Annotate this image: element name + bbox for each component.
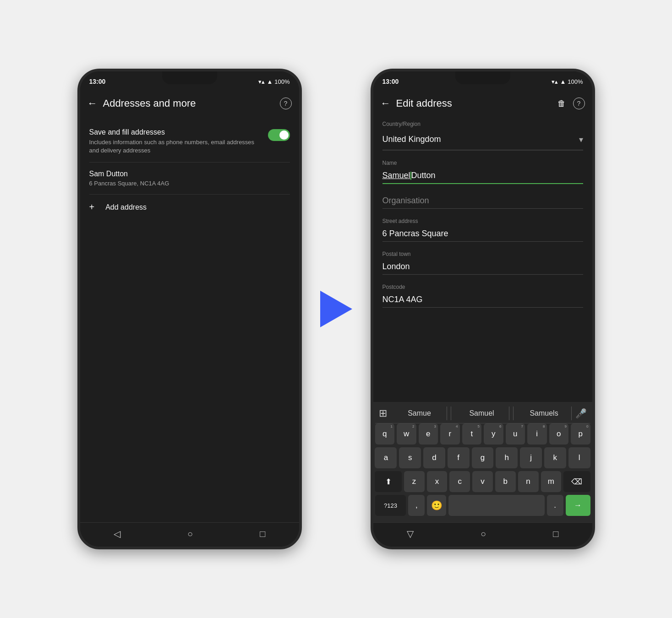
help-icon-1[interactable]: ? — [280, 98, 292, 109]
name-value-2: Dutton — [411, 171, 436, 180]
key-v[interactable]: v — [472, 471, 493, 492]
key-q[interactable]: 1q — [375, 423, 395, 445]
key-x[interactable]: x — [427, 471, 448, 492]
key-c[interactable]: c — [449, 471, 470, 492]
wifi-icon-1: ▾▴ — [258, 78, 265, 85]
key-b[interactable]: b — [495, 471, 516, 492]
nav-back-1[interactable]: ◁ — [114, 528, 120, 539]
suggestion-3[interactable]: Samuels — [517, 407, 572, 420]
key-comma[interactable]: , — [408, 495, 425, 516]
battery-icon-2: 100% — [568, 78, 583, 85]
back-button-1[interactable]: ← — [87, 98, 98, 109]
keyboard-layout-icon[interactable]: ⊞ — [379, 407, 387, 419]
app-bar-icons-2: 🗑 ? — [557, 98, 585, 109]
key-f[interactable]: f — [448, 447, 470, 468]
help-icon-2[interactable]: ? — [573, 98, 585, 109]
org-field[interactable]: Organisation — [382, 193, 583, 209]
chevron-down-icon: ▾ — [579, 135, 583, 145]
battery-icon-1: 100% — [274, 78, 290, 85]
signal-icon-1: ▲ — [267, 78, 273, 85]
address-item[interactable]: Sam Dutton 6 Pancras Square, NC1A 4AG — [80, 163, 299, 194]
nav-bar-2: ▽ ○ □ — [373, 522, 592, 547]
time-1: 13:00 — [89, 78, 106, 85]
divider-key-1 — [451, 407, 451, 420]
space-key[interactable] — [448, 495, 544, 516]
key-l[interactable]: l — [568, 447, 590, 468]
suggestion-1[interactable]: Samue — [393, 407, 447, 420]
back-button-2[interactable]: ← — [381, 98, 391, 109]
postal-town-field-group: Postal town London — [382, 251, 583, 275]
status-icons-1: ▾▴ ▲ 100% — [258, 78, 290, 85]
add-address-row[interactable]: + Add address — [80, 195, 299, 220]
key-s[interactable]: s — [399, 447, 421, 468]
key-k[interactable]: k — [544, 447, 566, 468]
enter-key[interactable]: → — [566, 495, 590, 516]
delete-key[interactable]: ⌫ — [563, 471, 590, 492]
add-address-label: Add address — [105, 203, 147, 211]
key-u[interactable]: 7u — [506, 423, 525, 445]
status-icons-2: ▾▴ ▲ 100% — [552, 78, 583, 85]
country-divider — [382, 150, 583, 151]
key-w[interactable]: 2w — [397, 423, 416, 445]
key-period[interactable]: . — [547, 495, 563, 516]
play-arrow-icon — [320, 291, 352, 327]
postcode-field[interactable]: NC1A 4AG — [382, 292, 583, 308]
key-o[interactable]: 9o — [549, 423, 569, 445]
name-field-group: Name SamuelDutton — [382, 160, 583, 184]
mic-icon[interactable]: 🎤 — [575, 408, 587, 419]
toggle-title: Save and fill addresses — [89, 128, 262, 136]
postal-town-label: Postal town — [382, 251, 583, 257]
app-bar-icons-1: ? — [280, 98, 292, 109]
key-j[interactable]: j — [520, 447, 542, 468]
postcode-label: Postcode — [382, 284, 583, 290]
toggle-desc: Includes information such as phone numbe… — [89, 138, 262, 155]
key-p[interactable]: 0p — [571, 423, 590, 445]
app-bar-1: ← Addresses and more ? — [80, 90, 299, 117]
delete-icon[interactable]: 🗑 — [557, 99, 566, 108]
key-t[interactable]: 5t — [462, 423, 482, 445]
screen-2: 13:00 ▾▴ ▲ 100% ← Edit address 🗑 ? — [373, 71, 592, 547]
postcode-field-group: Postcode NC1A 4AG — [382, 284, 583, 308]
org-field-group: Organisation — [382, 193, 583, 209]
nav-recents-1[interactable]: □ — [260, 529, 265, 539]
key-g[interactable]: g — [472, 447, 494, 468]
content-1: Save and fill addresses Includes informa… — [80, 117, 299, 522]
street-field[interactable]: 6 Pancras Square — [382, 226, 583, 242]
key-i[interactable]: 8i — [527, 423, 547, 445]
key-m[interactable]: m — [541, 471, 562, 492]
nav-home-2[interactable]: ○ — [481, 529, 486, 539]
key-n[interactable]: n — [518, 471, 539, 492]
key-emoji[interactable]: 🙂 — [427, 495, 446, 516]
key-h[interactable]: h — [496, 447, 518, 468]
key-r[interactable]: 4r — [440, 423, 460, 445]
phones-container: 13:00 ▾▴ ▲ 100% ← Addresses and more ? — [77, 69, 595, 549]
shift-key[interactable]: ⬆ — [375, 471, 401, 492]
notch-1 — [162, 71, 217, 84]
key-z[interactable]: z — [404, 471, 425, 492]
num-sym-key[interactable]: ?123 — [375, 495, 406, 516]
phone-1: 13:00 ▾▴ ▲ 100% ← Addresses and more ? — [77, 69, 302, 549]
setting-text: Save and fill addresses Includes informa… — [89, 128, 262, 155]
phone-2: 13:00 ▾▴ ▲ 100% ← Edit address 🗑 ? — [371, 69, 595, 549]
name-value-1: Samuel — [382, 171, 410, 180]
key-row-1: 1q 2w 3e 4r 5t 6y 7u 8i 9o 0p — [375, 423, 590, 445]
suggestion-2[interactable]: Samuel — [455, 407, 509, 420]
key-d[interactable]: d — [423, 447, 445, 468]
app-bar-2: ← Edit address 🗑 ? — [373, 90, 592, 117]
nav-home-1[interactable]: ○ — [187, 529, 193, 539]
key-a[interactable]: a — [375, 447, 397, 468]
country-label: Country/Region — [382, 121, 583, 127]
street-label: Street address — [382, 218, 583, 224]
street-field-group: Street address 6 Pancras Square — [382, 218, 583, 242]
key-e[interactable]: 3e — [419, 423, 438, 445]
signal-icon-2: ▲ — [560, 78, 566, 85]
country-dropdown[interactable]: United Kingdom ▾ — [382, 129, 583, 150]
page-title-2: Edit address — [396, 98, 557, 109]
save-fill-toggle[interactable] — [268, 129, 290, 141]
country-field-group: Country/Region United Kingdom ▾ — [382, 121, 583, 151]
postal-town-field[interactable]: London — [382, 259, 583, 275]
key-y[interactable]: 6y — [484, 423, 503, 445]
name-field[interactable]: SamuelDutton — [382, 168, 583, 184]
nav-recents-2[interactable]: □ — [553, 529, 558, 539]
nav-back-2[interactable]: ▽ — [407, 528, 414, 539]
